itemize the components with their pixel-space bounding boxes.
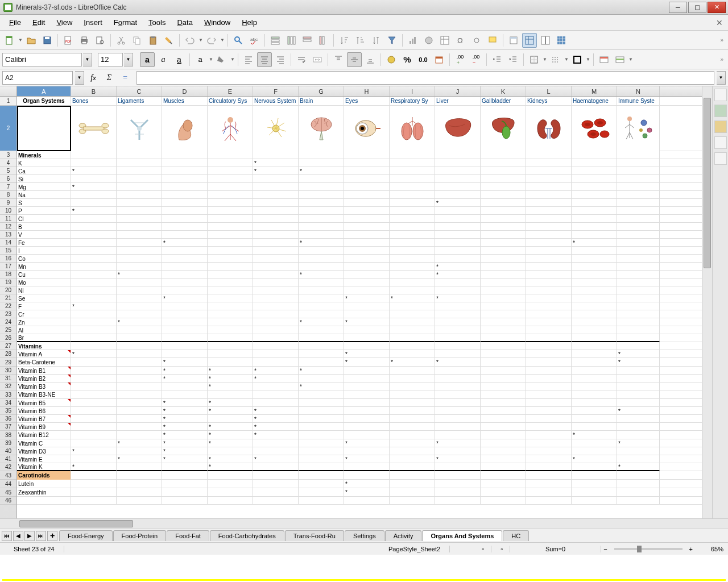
cell-N6[interactable] [617,175,660,183]
cell-I2[interactable] [390,106,435,151]
cell-D25[interactable] [162,326,208,334]
border-style-button[interactable] [548,52,563,67]
cell-K22[interactable] [481,302,526,310]
sum-button[interactable]: Σ [102,71,116,85]
cell-K18[interactable] [481,271,526,278]
cell-G36[interactable] [299,415,344,423]
cell-J16[interactable] [435,255,481,263]
cell-F30[interactable]: * [253,367,299,375]
cell-F10[interactable] [253,207,299,215]
tab-add-button[interactable]: ✚ [47,531,57,541]
cell-C11[interactable] [117,215,162,223]
cell-B32[interactable] [71,383,117,390]
row-header-38[interactable]: 38 [0,431,16,439]
cell-K11[interactable] [481,215,526,223]
insert-row-button[interactable] [268,33,283,48]
cell-F2[interactable] [253,106,299,151]
cell-B43[interactable] [71,471,117,480]
cell-I46[interactable] [390,497,435,505]
cell-D21[interactable]: * [162,294,208,302]
menu-window[interactable]: Window [198,16,236,29]
cell-D1[interactable]: Muscles [162,97,208,105]
cell-A44[interactable]: Lutein [17,480,71,488]
borders-dropdown[interactable]: ▼ [543,57,547,62]
cell-I8[interactable] [390,191,435,199]
cell-L28[interactable] [526,350,572,358]
sort-button[interactable] [369,33,383,48]
row-header-17[interactable]: 17 [0,263,16,271]
cell-A26[interactable]: Br [17,334,71,342]
cell-C1[interactable]: Ligaments [117,97,162,105]
cell-A20[interactable]: Ni [17,286,71,294]
row-header-31[interactable]: 31 [0,375,16,383]
cell-M13[interactable] [572,231,617,239]
cell-K39[interactable] [481,439,526,447]
cell-A3[interactable]: Minerals [17,151,71,159]
cell-B13[interactable] [71,231,117,239]
cell-M11[interactable] [572,215,617,223]
cell-B10[interactable]: * [71,207,117,215]
cell-F12[interactable] [253,223,299,231]
cell-B8[interactable] [71,191,117,199]
cell-E11[interactable] [208,215,253,223]
border-color-dropdown[interactable]: ▼ [586,57,590,62]
row-header-14[interactable]: 14 [0,239,16,247]
cell-J26[interactable] [435,334,481,342]
cell-E28[interactable] [208,350,253,358]
cell-A7[interactable]: Mg [17,183,71,191]
cell-H31[interactable] [344,375,390,383]
sheet-tab-settings[interactable]: Settings [345,530,384,541]
cell-B23[interactable] [71,310,117,318]
cell-G17[interactable] [299,263,344,271]
row-header-24[interactable]: 24 [0,318,16,326]
cell-D12[interactable] [162,223,208,231]
cell-C36[interactable] [117,415,162,423]
cell-L25[interactable] [526,326,572,334]
row-header-10[interactable]: 10 [0,207,16,215]
cell-G15[interactable] [299,247,344,255]
spreadsheet-grid[interactable]: ABCDEFGHIJKLMN 1234567891011121314151617… [0,86,702,518]
cell-F39[interactable] [253,439,299,447]
conditional-format-button[interactable] [613,52,627,67]
cell-C21[interactable] [117,294,162,302]
cell-M4[interactable] [572,159,617,167]
cell-J4[interactable] [435,159,481,167]
cell-C41[interactable]: * [117,455,162,463]
cell-B25[interactable] [71,326,117,334]
cell-N26[interactable] [617,334,660,342]
cell-D36[interactable]: * [162,415,208,423]
cell-D38[interactable]: * [162,431,208,439]
cell-G16[interactable] [299,255,344,263]
cell-E34[interactable]: * [208,399,253,407]
cell-E10[interactable] [208,207,253,215]
cell-M40[interactable] [572,447,617,455]
cell-D24[interactable] [162,318,208,326]
cell-G7[interactable] [299,183,344,191]
cell-K19[interactable] [481,278,526,286]
number-format-button[interactable]: 0.0 [416,52,431,67]
cell-H27[interactable] [344,342,390,350]
highlight-button[interactable] [214,52,229,67]
cell-A40[interactable]: Vitamin D3 [17,447,71,455]
row-header-34[interactable]: 34 [0,399,16,407]
cell-I35[interactable] [390,407,435,415]
name-box-dropdown[interactable]: ▼ [75,71,84,85]
cell-A17[interactable]: Mn [17,263,71,271]
cell-G44[interactable] [299,480,344,488]
column-header-C[interactable]: C [117,86,162,96]
cell-M34[interactable] [572,399,617,407]
cell-M27[interactable] [572,342,617,350]
cell-H42[interactable] [344,463,390,471]
cell-A10[interactable]: P [17,207,71,215]
row-header-4[interactable]: 4 [0,159,16,167]
cell-F40[interactable] [253,447,299,455]
column-header-E[interactable]: E [208,86,253,96]
cell-D2[interactable] [162,106,208,151]
cell-M10[interactable] [572,207,617,215]
cell-K40[interactable] [481,447,526,455]
cell-N41[interactable] [617,455,660,463]
cell-J34[interactable] [435,399,481,407]
cell-F37[interactable]: * [253,423,299,431]
row-header-39[interactable]: 39 [0,439,16,447]
cell-F19[interactable] [253,278,299,286]
